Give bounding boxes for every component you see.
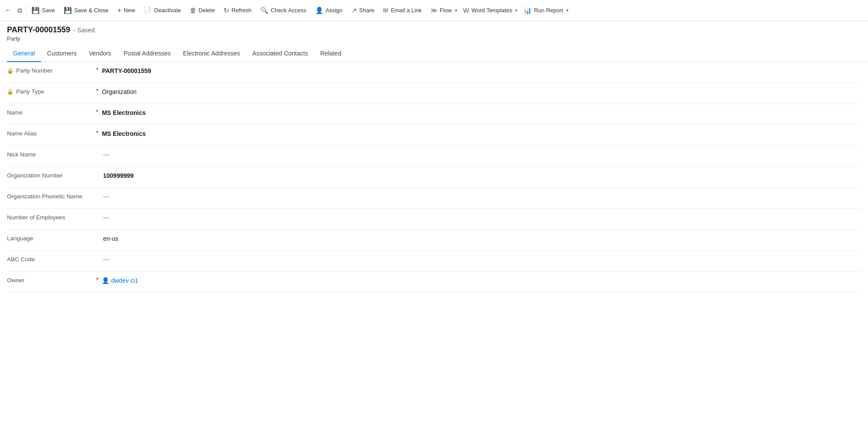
form-row-abc-code: ABC Code--- [7,251,861,272]
run-report-label: Run Report [534,7,563,14]
refresh-label: Refresh [231,7,251,14]
back-button[interactable]: ← [2,3,15,17]
word-templates-label: Word Templates [472,7,512,14]
check-access-button[interactable]: 🔍 Check Access [256,4,311,17]
form-row-language: Languageen-us [7,230,861,251]
form-row-number-of-employees: Number of Employees--- [7,209,861,230]
field-label-nick-name: Nick Name [7,150,94,158]
tabs-bar: GeneralCustomersVendorsPostal AddressesE… [0,45,868,62]
lock-icon: 🔒 [7,68,14,74]
assign-button[interactable]: 👤 Assign [311,4,347,17]
deactivate-button[interactable]: 📄 Deactivate [139,4,185,17]
field-value-name: MS Electronics [102,108,861,116]
form-row-organization-number: Organization Number100999999 [7,167,861,188]
field-value-name-alias: MS Electronics [102,129,861,137]
field-value-abc-code: --- [103,255,861,263]
field-label-name: Name [7,108,94,116]
share-button[interactable]: ↗ Share [347,4,379,17]
form-row-party-type: 🔒Party Type*Organization [7,83,861,104]
word-templates-button[interactable]: W Word Templates ▾ [459,4,520,17]
field-label-party-number: 🔒Party Number [7,66,94,74]
required-indicator: * [96,87,98,94]
form-row-name: Name*MS Electronics [7,104,861,125]
deactivate-label: Deactivate [154,7,181,14]
record-header: PARTY-00001559 - Saved Party [0,21,868,44]
field-value-owner[interactable]: 👤dwdev ci1 [102,276,861,284]
save-button[interactable]: 💾 Save [27,4,59,17]
record-status: - Saved [74,27,95,34]
back-icon: ← [4,6,12,14]
record-id: PARTY-00001559 [7,25,70,35]
assign-label: Assign [326,7,343,14]
required-indicator: * [96,129,98,136]
new-icon: + [117,6,121,15]
lock-icon: 🔒 [7,89,14,95]
field-label-owner: Owner [7,276,94,284]
tab-electronic-addresses[interactable]: Electronic Addresses [177,45,246,62]
word-templates-dropdown-arrow: ▾ [515,8,517,13]
popup-icon: ⧉ [17,7,22,14]
assign-icon: 👤 [315,7,324,14]
check-access-label: Check Access [271,7,307,14]
field-value-organization-phonetic-name: --- [103,192,861,200]
deactivate-icon: 📄 [144,7,152,14]
check-access-icon: 🔍 [260,7,269,14]
delete-label: Delete [199,7,215,14]
required-indicator: * [96,66,98,73]
save-close-label: Save & Close [74,7,109,14]
share-icon: ↗ [351,7,357,14]
form-row-nick-name: Nick Name--- [7,146,861,167]
form-row-owner: Owner*👤dwdev ci1 [7,272,861,293]
refresh-icon: ↻ [224,7,229,14]
refresh-button[interactable]: ↻ Refresh [219,4,256,17]
required-indicator: * [96,108,98,115]
flow-dropdown-arrow: ▾ [455,8,457,13]
form-row-name-alias: Name Alias*MS Electronics [7,125,861,146]
field-label-number-of-employees: Number of Employees [7,213,94,221]
word-templates-icon: W [463,7,469,14]
field-value-language: en-us [103,234,861,242]
flow-icon: ≫ [431,7,437,14]
delete-icon: 🗑 [190,7,196,14]
delete-button[interactable]: 🗑 Delete [186,4,220,17]
tab-vendors[interactable]: Vendors [83,45,117,62]
email-link-icon: ✉ [383,7,389,14]
field-label-abc-code: ABC Code [7,255,94,263]
save-close-icon: 💾 [64,7,72,14]
email-link-label: Email a Link [391,7,422,14]
run-report-button[interactable]: 📊 Run Report ▾ [519,4,570,17]
new-button[interactable]: + New [113,3,139,17]
run-report-icon: 📊 [524,7,532,14]
toolbar: ← ⧉ 💾 Save 💾 Save & Close + New 📄 Deacti… [0,0,868,21]
tab-associated-contacts[interactable]: Associated Contacts [246,45,314,62]
field-label-party-type: 🔒Party Type [7,87,94,95]
user-icon: 👤 [102,277,109,284]
field-label-name-alias: Name Alias [7,129,94,137]
tab-postal-addresses[interactable]: Postal Addresses [117,45,177,62]
popup-button[interactable]: ⧉ [15,4,25,17]
tab-related[interactable]: Related [314,45,347,62]
required-indicator: * [96,276,98,283]
save-close-button[interactable]: 💾 Save & Close [59,4,113,17]
field-value-organization-number: 100999999 [103,171,861,179]
flow-label: Flow [440,7,451,14]
field-value-party-type: Organization [102,87,861,95]
email-link-button[interactable]: ✉ Email a Link [379,4,426,17]
tab-customers[interactable]: Customers [41,45,83,62]
share-label: Share [359,7,375,14]
save-label: Save [42,7,55,14]
field-label-organization-number: Organization Number [7,171,94,179]
field-value-nick-name: --- [103,150,861,158]
tab-general[interactable]: General [7,45,41,62]
form-content: 🔒Party Number*PARTY-00001559🔒Party Type*… [0,62,868,293]
save-icon: 💾 [31,7,40,14]
record-type: Party [7,35,861,42]
form-row-party-number: 🔒Party Number*PARTY-00001559 [7,62,861,83]
new-label: New [124,7,135,14]
toolbar-divider-1 [26,5,26,16]
field-label-organization-phonetic-name: Organization Phonetic Name [7,192,94,200]
field-label-language: Language [7,234,94,242]
field-value-number-of-employees: --- [103,213,861,221]
flow-button[interactable]: ≫ Flow ▾ [426,4,458,17]
run-report-dropdown-arrow: ▾ [566,8,568,13]
